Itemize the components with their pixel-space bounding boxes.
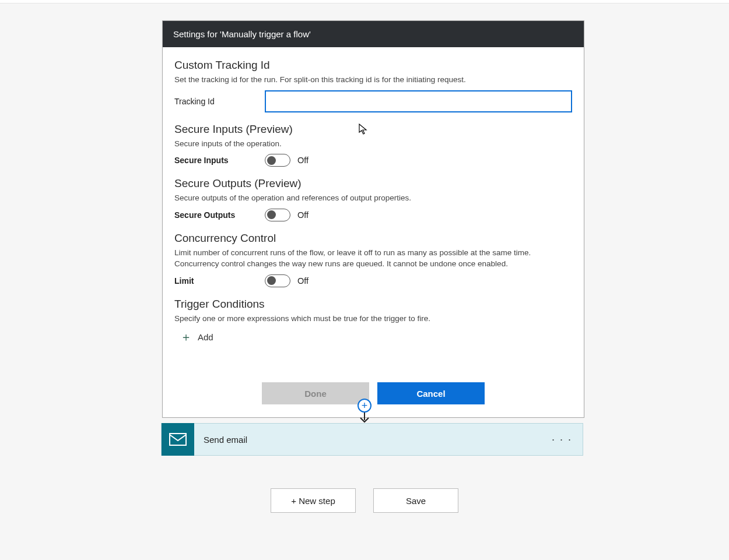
flow-canvas: Settings for 'Manually trigger a flow' C… xyxy=(0,3,729,560)
card-menu-button[interactable]: · · · xyxy=(541,434,583,446)
settings-footer: Done Cancel xyxy=(163,355,584,417)
secure-inputs-title: Secure Inputs (Preview) xyxy=(174,123,572,136)
secure-inputs-toggle[interactable] xyxy=(265,154,290,167)
tracking-label: Tracking Id xyxy=(174,97,265,106)
section-concurrency: Concurrency Control Limit number of conc… xyxy=(174,232,572,287)
add-label: Add xyxy=(198,332,213,342)
plus-icon: + xyxy=(362,400,368,411)
settings-body: Custom Tracking Id Set the tracking id f… xyxy=(163,47,584,345)
insert-step-button[interactable]: + xyxy=(358,399,371,413)
trigger-conditions-title: Trigger Conditions xyxy=(174,298,572,311)
section-trigger-conditions: Trigger Conditions Specify one or more e… xyxy=(174,298,572,346)
tracking-desc: Set the tracking id for the run. For spl… xyxy=(174,74,572,86)
section-secure-outputs: Secure Outputs (Preview) Secure outputs … xyxy=(174,177,572,221)
arrow-down-icon xyxy=(358,411,371,424)
svg-rect-1 xyxy=(170,434,186,445)
secure-inputs-label: Secure Inputs xyxy=(174,156,265,165)
tracking-id-input[interactable] xyxy=(265,90,572,112)
ellipsis-icon: · · · xyxy=(552,434,572,445)
mail-icon xyxy=(162,423,194,456)
secure-outputs-title: Secure Outputs (Preview) xyxy=(174,177,572,190)
secure-inputs-state: Off xyxy=(297,156,309,165)
concurrency-label: Limit xyxy=(174,276,265,286)
add-condition-button[interactable]: ＋ Add xyxy=(174,329,217,345)
section-tracking-id: Custom Tracking Id Set the tracking id f… xyxy=(174,59,572,112)
concurrency-toggle[interactable] xyxy=(265,274,290,287)
new-step-button[interactable]: + New step xyxy=(271,488,356,513)
settings-panel: Settings for 'Manually trigger a flow' C… xyxy=(162,20,584,418)
secure-outputs-state: Off xyxy=(297,210,309,220)
concurrency-desc: Limit number of concurrent runs of the f… xyxy=(174,247,572,270)
save-button[interactable]: Save xyxy=(373,488,458,513)
secure-outputs-toggle[interactable] xyxy=(265,209,290,221)
cancel-button[interactable]: Cancel xyxy=(377,382,485,404)
concurrency-state: Off xyxy=(297,276,309,286)
section-secure-inputs: Secure Inputs (Preview) Secure inputs of… xyxy=(174,123,572,167)
done-button[interactable]: Done xyxy=(262,382,369,404)
plus-icon: ＋ xyxy=(180,331,192,343)
bottom-actions: + New step Save xyxy=(0,488,729,513)
secure-outputs-desc: Secure outputs of the operation and refe… xyxy=(174,192,572,204)
trigger-conditions-desc: Specify one or more expressions which mu… xyxy=(174,313,572,325)
secure-inputs-desc: Secure inputs of the operation. xyxy=(174,138,572,150)
send-email-card[interactable]: Send email · · · xyxy=(161,423,583,456)
concurrency-title: Concurrency Control xyxy=(174,232,572,245)
secure-outputs-label: Secure Outputs xyxy=(174,210,265,220)
settings-title: Settings for 'Manually trigger a flow' xyxy=(173,29,311,39)
card-title: Send email xyxy=(204,435,541,445)
connector: + xyxy=(358,399,371,424)
settings-header: Settings for 'Manually trigger a flow' xyxy=(163,21,584,47)
tracking-title: Custom Tracking Id xyxy=(174,59,572,72)
